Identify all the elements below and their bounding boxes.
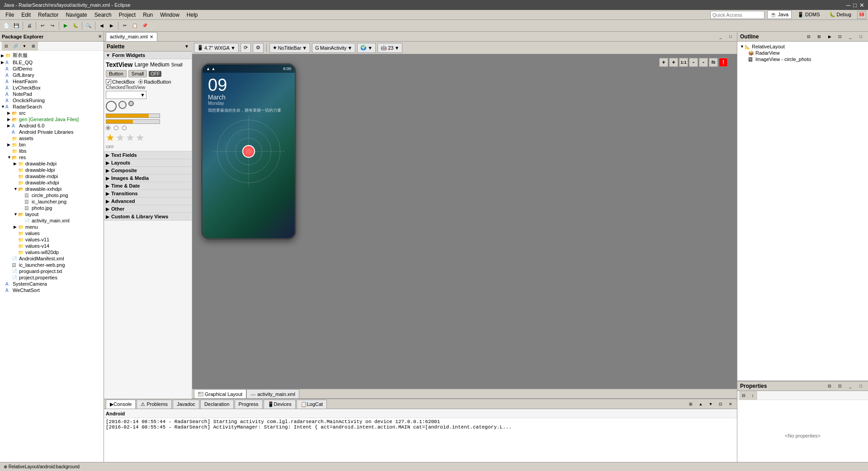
properties-sort-btn[interactable]: ↕: [748, 391, 757, 400]
outline-toolbar-btn-3[interactable]: ▶: [825, 32, 834, 41]
toolbar-next[interactable]: ▶: [107, 21, 116, 30]
toolbar-copy[interactable]: 📋: [130, 21, 139, 30]
toolbar-search[interactable]: 🔍: [84, 21, 93, 30]
tree-item-drawable-mdpi[interactable]: 📁 drawable-mdpi: [0, 173, 104, 179]
console-toolbar-btn-1[interactable]: ⊞: [686, 400, 695, 409]
tree-item-drawable-xxhdpi[interactable]: ▼ 📂 drawable-xxhdpi: [0, 186, 104, 192]
fw-checkbox[interactable]: ✓ CheckBox: [106, 79, 135, 85]
canvas-orientation-btn[interactable]: ⟳: [241, 43, 251, 53]
menu-edit[interactable]: Edit: [18, 10, 34, 19]
palette-section-form-widgets[interactable]: ▼ Form Widgets: [104, 52, 192, 59]
menu-help[interactable]: Help: [183, 10, 202, 19]
menu-project[interactable]: Project: [115, 10, 139, 19]
menu-file[interactable]: File: [2, 10, 18, 19]
fw-star-1[interactable]: ★: [106, 132, 115, 144]
tree-item-layout[interactable]: ▼ 📂 layout: [0, 211, 104, 217]
fw-spinner[interactable]: ▼: [106, 91, 146, 99]
tree-item-notepad[interactable]: A NotePad: [0, 91, 104, 97]
tree-item-斯衣服[interactable]: ▶ 📁 斯衣服: [0, 52, 104, 59]
canvas-language-btn[interactable]: 🌍 ▼: [357, 43, 376, 53]
canvas-api-select[interactable]: 🤖 23 ▼: [377, 43, 402, 53]
fw-star-2[interactable]: ★: [116, 132, 125, 144]
tree-item-ble-qq[interactable]: ▶ A BLE_QQ: [0, 59, 104, 66]
fw-checked-text-view[interactable]: CheckedTextView: [106, 85, 190, 90]
tree-item-libs[interactable]: 📁 libs: [0, 148, 104, 154]
tree-item-systemcamera[interactable]: A SystemCamera: [0, 281, 104, 287]
outline-item-radarview[interactable]: 📦 RadarView: [739, 50, 866, 56]
editor-tab-activity-main[interactable]: activity_main.xml ✕: [106, 32, 157, 41]
zoom-in-btn[interactable]: +: [659, 58, 668, 67]
zoom-fit-view-btn[interactable]: fit: [709, 58, 718, 67]
console-toolbar-btn-4[interactable]: ⊡: [716, 400, 725, 409]
tree-item-menu[interactable]: ▶ 📁 menu: [0, 224, 104, 230]
menu-run[interactable]: Run: [139, 10, 156, 19]
editor-minimize[interactable]: _: [716, 32, 725, 41]
tree-item-project-props[interactable]: 📄 project.properties: [0, 274, 104, 281]
fw-radiobutton[interactable]: RadioButton: [138, 79, 171, 85]
zoom-out-btn-2[interactable]: -: [699, 58, 708, 67]
canvas-activity-select[interactable]: G MainActivity ▼: [312, 43, 355, 53]
palette-dropdown-btn[interactable]: ▼: [184, 44, 189, 49]
tree-item-values-v14[interactable]: 📁 values-v14: [0, 243, 104, 249]
tree-item-activity-main[interactable]: 📄 activity_main.xml: [0, 217, 104, 224]
tree-item-drawable-ldpi[interactable]: 📁 drawable-ldpi: [0, 167, 104, 173]
package-explorer-close[interactable]: ✕: [98, 34, 102, 39]
fw-star-4[interactable]: ★: [136, 132, 145, 144]
tree-item-photo-jpg[interactable]: 🖼 photo.jpg: [0, 205, 104, 211]
menu-refactor[interactable]: Refactor: [34, 10, 62, 19]
console-tab-console[interactable]: ▶ Console: [106, 400, 136, 409]
outline-minimize-btn[interactable]: _: [846, 32, 855, 41]
fw-textview-medium2[interactable]: Medium: [150, 61, 170, 68]
palette-section-text-fields[interactable]: ▶ Text Fields: [104, 151, 192, 159]
tree-item-values[interactable]: 📁 values: [0, 230, 104, 236]
toolbar-redo[interactable]: ↪: [48, 21, 57, 30]
outline-item-imageview[interactable]: 🖼 ImageView - circle_photo: [739, 56, 866, 62]
fw-textview-medium[interactable]: Large: [134, 61, 148, 68]
console-tab-logcat[interactable]: 📋 LogCat: [297, 400, 327, 409]
tree-item-lvcheckbox[interactable]: A LvCheckBox: [0, 85, 104, 91]
editor-tab-close-icon[interactable]: ✕: [150, 34, 153, 39]
tree-item-assets[interactable]: 📁 assets: [0, 135, 104, 141]
tree-item-ic-launcher-web[interactable]: 🖼 ic_launcher-web.png: [0, 262, 104, 268]
tree-item-drawable-xhdpi[interactable]: 📁 drawable-xhdpi: [0, 179, 104, 186]
toolbar-prev[interactable]: ◀: [97, 21, 106, 30]
tree-item-giflibrary[interactable]: A GifLibrary: [0, 72, 104, 78]
outline-toolbar-btn-4[interactable]: ⊡: [835, 32, 844, 41]
zoom-fit-btn[interactable]: 1:1: [679, 58, 688, 67]
properties-minimize-btn[interactable]: _: [846, 382, 855, 391]
toolbar-save[interactable]: 💾: [12, 21, 21, 30]
fw-radio-3[interactable]: [122, 126, 127, 130]
canvas-device-select[interactable]: 📱 4.7" WXGA ▼: [194, 43, 239, 53]
console-close-btn[interactable]: ✕: [726, 400, 735, 409]
properties-toolbar-btn-2[interactable]: ⊡: [835, 382, 844, 391]
palette-section-time-date[interactable]: ▶ Time & Date: [104, 182, 192, 190]
palette-section-transitions[interactable]: ▶ Transitions: [104, 190, 192, 198]
properties-filter-btn[interactable]: ⊟: [739, 391, 748, 400]
toolbar-undo[interactable]: ↩: [38, 21, 47, 30]
tree-item-proguard[interactable]: 📄 proguard-project.txt: [0, 268, 104, 274]
console-toolbar-btn-2[interactable]: ▲: [696, 400, 705, 409]
fw-toggle-off[interactable]: OFF: [149, 71, 161, 77]
tree-item-android60[interactable]: ▶ A Android 6.0: [0, 122, 104, 129]
menu-navigate[interactable]: Navigate: [62, 10, 90, 19]
perspective-ddms[interactable]: 📱 DDMS: [794, 10, 823, 19]
tree-item-gen[interactable]: ▶ 📂 gen [Generated Java Files]: [0, 116, 104, 122]
outline-maximize-btn[interactable]: □: [856, 32, 865, 41]
minimize-button[interactable]: ─: [846, 2, 850, 9]
palette-section-composite[interactable]: ▶ Composite: [104, 167, 192, 174]
pkg-link[interactable]: 🔗: [11, 42, 20, 51]
properties-maximize-btn[interactable]: □: [856, 382, 865, 391]
console-tab-declaration[interactable]: Declaration: [200, 400, 234, 409]
palette-section-images-media[interactable]: ▶ Images & Media: [104, 174, 192, 182]
tree-item-onclickruning[interactable]: A OnclickRuning: [0, 97, 104, 104]
palette-section-advanced[interactable]: ▶ Advanced: [104, 198, 192, 205]
console-tab-progress[interactable]: Progress: [235, 400, 263, 409]
quick-access-input[interactable]: [710, 11, 764, 19]
palette-section-other[interactable]: ▶ Other: [104, 205, 192, 213]
console-toolbar-btn-3[interactable]: ▼: [706, 400, 715, 409]
zoom-error-btn[interactable]: !: [719, 58, 728, 67]
fw-star-3[interactable]: ★: [126, 132, 135, 144]
zoom-in-btn-2[interactable]: +: [669, 58, 678, 67]
toolbar-new[interactable]: 📄: [2, 21, 11, 30]
tree-item-drawable-hdpi[interactable]: ▶ 📁 drawable-hdpi: [0, 160, 104, 167]
